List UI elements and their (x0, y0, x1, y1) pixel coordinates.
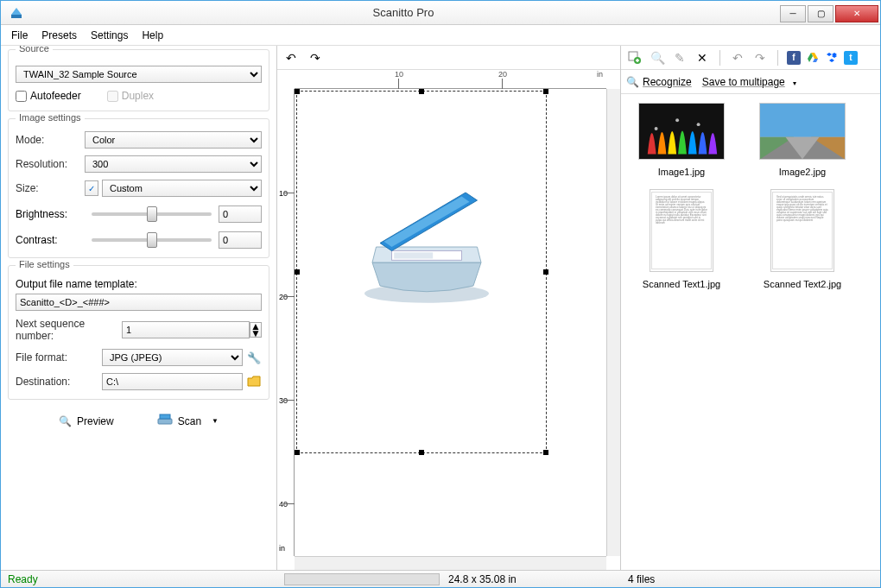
svg-rect-16 (760, 104, 845, 137)
autofeeder-checkbox[interactable]: Autofeeder (16, 90, 81, 102)
svg-marker-1 (11, 8, 22, 15)
thumb-label: Scanned Text1.jpg (643, 279, 720, 289)
facebook-icon[interactable]: f (787, 51, 801, 65)
dest-label: Destination: (16, 376, 102, 388)
brightness-value[interactable] (219, 205, 262, 223)
size-lock-checkbox[interactable]: ✓ (85, 180, 98, 196)
thumb-image: Sed ut perspiciatis unde omnis iste natu… (770, 189, 834, 272)
left-panel: Source TWAIN_32 Sample Source Autofeeder… (1, 46, 277, 570)
save-multipage-button[interactable]: Save to multipage ▾ (702, 76, 796, 88)
thumb-item[interactable]: Image2.jpg (751, 103, 854, 177)
dropbox-icon[interactable] (825, 51, 839, 65)
template-input[interactable] (16, 294, 262, 311)
svg-rect-0 (11, 15, 22, 18)
brightness-slider[interactable] (92, 212, 212, 216)
source-section: Source TWAIN_32 Sample Source Autofeeder… (8, 49, 269, 111)
thumb-item[interactable]: Lorem ipsum dolor sit amet consectetur a… (630, 189, 733, 289)
undo-icon[interactable]: ↶ (729, 49, 746, 66)
thumb-image (638, 103, 725, 160)
rotate-right-icon[interactable]: ↷ (307, 49, 324, 66)
thumb-image (759, 103, 846, 160)
scrollbar-vertical[interactable] (606, 89, 620, 556)
ruler-horizontal: in 10 20 (295, 70, 606, 89)
mode-select[interactable]: Color (85, 131, 262, 149)
svg-rect-2 (158, 419, 172, 424)
google-drive-icon[interactable] (806, 51, 820, 65)
format-select[interactable]: JPG (JPEG) (102, 349, 243, 366)
status-ready: Ready (1, 573, 277, 585)
statusbar: Ready 24.8 x 35.08 in 4 files (1, 570, 880, 587)
status-scroll[interactable] (284, 573, 440, 585)
image-settings-heading: Image settings (16, 112, 85, 123)
rotate-left-icon[interactable]: ↶ (282, 49, 300, 66)
delete-icon[interactable]: ✕ (694, 49, 711, 66)
thumb-label: Scanned Text2.jpg (764, 279, 841, 289)
image-settings-section: Image settings Mode: Color Resolution: 3… (8, 118, 269, 258)
recognize-button[interactable]: 🔍 Recognize (626, 76, 692, 88)
template-label: Output file name template: (16, 278, 262, 290)
file-settings-heading: File settings (16, 259, 73, 269)
window-title: Scanitto Pro (27, 6, 780, 19)
edit-image-icon[interactable]: ✎ (671, 49, 688, 66)
source-select[interactable]: TWAIN_32 Sample Source (16, 66, 262, 83)
contrast-slider[interactable] (92, 238, 212, 242)
file-settings-section: File settings Output file name template:… (8, 265, 269, 400)
format-label: File format: (16, 351, 102, 364)
scrollbar-horizontal[interactable] (295, 556, 606, 570)
svg-point-13 (655, 127, 658, 130)
ruler-vertical: in 10 20 30 40 (277, 89, 295, 556)
thumb-label: Image1.jpg (658, 167, 705, 177)
source-heading: Source (16, 46, 53, 54)
contrast-label: Contrast: (16, 234, 85, 246)
thumb-item[interactable]: Image1.jpg (630, 103, 733, 177)
size-select[interactable]: Custom (102, 180, 262, 197)
mode-label: Mode: (16, 134, 85, 146)
recognize-icon: 🔍 (626, 76, 639, 88)
preview-button[interactable]: 🔍 Preview (50, 410, 123, 432)
menubar: File Presets Settings Help (1, 25, 880, 46)
resolution-select[interactable]: 300 (85, 155, 262, 173)
redo-icon[interactable]: ↷ (751, 49, 769, 66)
minimize-button[interactable]: ─ (780, 5, 806, 22)
svg-rect-3 (160, 414, 170, 419)
scanner-image (349, 169, 504, 309)
center-panel: ↶ ↷ in 10 20 in 10 20 30 40 (277, 46, 621, 570)
close-button[interactable]: ✕ (835, 5, 878, 22)
status-files: 4 files (621, 573, 880, 585)
menu-settings[interactable]: Settings (84, 26, 135, 45)
maximize-button[interactable]: ▢ (808, 5, 833, 22)
selection-rect[interactable] (296, 91, 547, 453)
format-settings-icon[interactable]: 🔧 (246, 350, 262, 365)
menu-file[interactable]: File (4, 26, 35, 45)
contrast-value[interactable] (219, 231, 262, 249)
scan-button[interactable]: Scan ▼ (149, 410, 227, 432)
dest-input[interactable] (102, 373, 243, 390)
search-image-icon[interactable]: 🔍 (649, 49, 666, 66)
svg-rect-6 (394, 252, 433, 258)
seq-spinner[interactable]: ▲▼ (250, 322, 262, 338)
thumbnails: Image1.jpg Image2.jpg Lorem ipsum dolor … (621, 94, 880, 570)
seq-label: Next sequence number: (16, 318, 122, 342)
svg-point-15 (697, 123, 700, 126)
menu-presets[interactable]: Presets (35, 26, 84, 45)
chevron-down-icon: ▼ (212, 417, 219, 425)
menu-help[interactable]: Help (135, 26, 170, 45)
thumb-label: Image2.jpg (779, 167, 826, 177)
thumb-image: Lorem ipsum dolor sit amet consectetur a… (650, 189, 713, 272)
brightness-label: Brightness: (16, 208, 85, 220)
preview-canvas[interactable] (295, 89, 606, 556)
seq-input[interactable] (122, 321, 250, 338)
browse-folder-icon[interactable] (246, 374, 262, 389)
status-dimensions: 24.8 x 35.08 in (448, 573, 517, 585)
size-label: Size: (16, 182, 85, 194)
thumb-item[interactable]: Sed ut perspiciatis unde omnis iste natu… (751, 189, 854, 289)
right-panel: 🔍 ✎ ✕ ↶ ↷ f t 🔍 Recognize Save to multip… (621, 46, 880, 570)
svg-marker-10 (813, 59, 818, 62)
svg-point-14 (675, 118, 679, 122)
titlebar: Scanitto Pro ─ ▢ ✕ (1, 1, 880, 25)
resolution-label: Resolution: (16, 158, 85, 170)
duplex-checkbox: Duplex (107, 90, 154, 102)
add-image-icon[interactable] (626, 49, 643, 66)
twitter-icon[interactable]: t (844, 51, 858, 65)
magnifier-icon: 🔍 (59, 415, 72, 427)
